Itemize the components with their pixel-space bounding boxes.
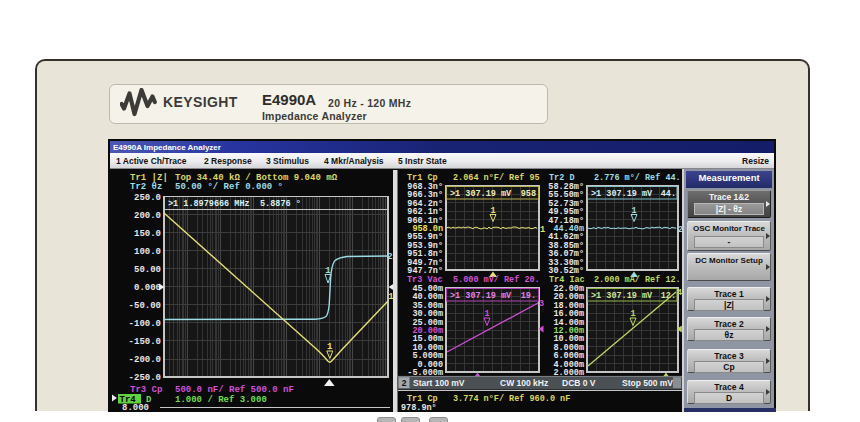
svg-text:150.0: 150.0 bbox=[134, 229, 161, 239]
svg-text:Tr1 |Z|: Tr1 |Z| bbox=[130, 173, 168, 183]
svg-text:100.0: 100.0 bbox=[134, 247, 161, 257]
svg-text:-100.0: -100.0 bbox=[129, 319, 161, 329]
svg-text:>1 307.19 mV: >1 307.19 mV bbox=[591, 291, 653, 301]
svg-text:>1 307.19 mV: >1 307.19 mV bbox=[591, 189, 653, 199]
svg-text:1.000 / Ref 3.000: 1.000 / Ref 3.000 bbox=[175, 395, 267, 405]
svg-text:-250.0: -250.0 bbox=[129, 373, 161, 383]
svg-text:-150.0: -150.0 bbox=[129, 337, 161, 347]
svg-text:2: 2 bbox=[402, 378, 407, 388]
svg-text:200.0: 200.0 bbox=[134, 211, 161, 221]
svg-text:Top 34.40 kΩ / Bottom 9.040 mΩ: Top 34.40 kΩ / Bottom 9.040 mΩ bbox=[175, 173, 338, 183]
svg-text:5.000 mV/ Ref 20.: 5.000 mV/ Ref 20. bbox=[453, 275, 540, 285]
svg-text:2.064 n°F/ Ref 95: 2.064 n°F/ Ref 95 bbox=[453, 173, 540, 183]
svg-text:3.774 n°F/ Ref 960.0 nF: 3.774 n°F/ Ref 960.0 nF bbox=[453, 394, 570, 404]
svg-text:CW 100 kHz: CW 100 kHz bbox=[500, 378, 548, 388]
svg-text:5.8876 °: 5.8876 ° bbox=[260, 199, 301, 209]
svg-text:978.9n°: 978.9n° bbox=[401, 403, 437, 413]
svg-text:1: 1 bbox=[327, 342, 333, 352]
svg-text:>1 307.19 mV: >1 307.19 mV bbox=[450, 291, 512, 301]
svg-text:19.: 19. bbox=[521, 291, 536, 301]
svg-text:2.000 mA/ Ref 12.: 2.000 mA/ Ref 12. bbox=[594, 275, 681, 285]
svg-text:3: 3 bbox=[539, 299, 544, 309]
svg-text:12.: 12. bbox=[661, 291, 676, 301]
svg-text:Tr2 θz: Tr2 θz bbox=[130, 182, 162, 192]
svg-text:>1 307.19 mV: >1 307.19 mV bbox=[450, 189, 512, 199]
svg-text:44.: 44. bbox=[661, 189, 676, 199]
svg-text:8.000: 8.000 bbox=[122, 403, 149, 412]
svg-text:2: 2 bbox=[387, 252, 392, 262]
svg-text:DCB 0 V: DCB 0 V bbox=[562, 378, 596, 388]
svg-text:-200.0: -200.0 bbox=[129, 355, 161, 365]
svg-text:50.00 °/ Ref 0.000 °: 50.00 °/ Ref 0.000 ° bbox=[175, 182, 283, 192]
svg-text:Start 100 mV: Start 100 mV bbox=[413, 378, 465, 388]
svg-text:Tr3 Cp: Tr3 Cp bbox=[130, 385, 162, 395]
svg-text:958: 958 bbox=[521, 189, 536, 199]
svg-text:2.776 m°/ Ref 44.: 2.776 m°/ Ref 44. bbox=[594, 173, 681, 183]
svg-text:250.0: 250.0 bbox=[134, 193, 161, 203]
svg-text:>1 1.8979666 MHz: >1 1.8979666 MHz bbox=[168, 199, 250, 209]
svg-text:0.000: 0.000 bbox=[134, 283, 161, 293]
svg-text:50.00: 50.00 bbox=[134, 265, 161, 275]
svg-text:Stop 500 mV: Stop 500 mV bbox=[622, 378, 673, 388]
svg-text:500.0 nF/ Ref 500.0 nF: 500.0 nF/ Ref 500.0 nF bbox=[175, 385, 294, 395]
svg-text:-50.00: -50.00 bbox=[129, 301, 161, 311]
svg-text:1: 1 bbox=[540, 225, 545, 235]
